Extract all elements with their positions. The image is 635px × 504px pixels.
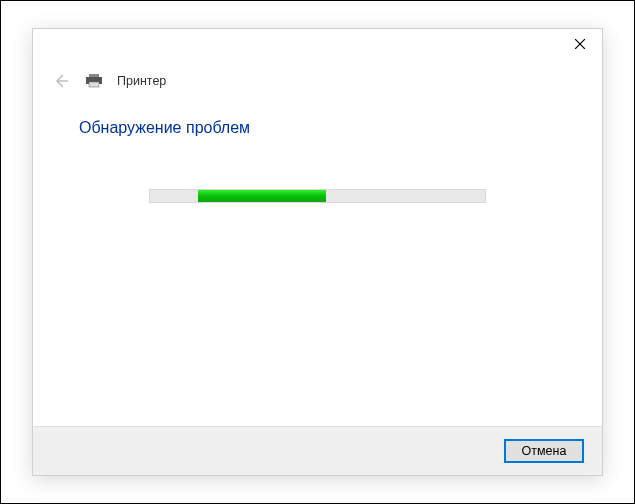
svg-rect-5 [89, 82, 99, 87]
back-arrow-icon [53, 73, 69, 89]
back-button [51, 71, 71, 91]
close-button[interactable] [557, 29, 602, 59]
page-title: Обнаружение проблем [33, 97, 602, 137]
breadcrumb: Принтер [117, 74, 166, 88]
cancel-button[interactable]: Отмена [504, 439, 584, 463]
header-row: Принтер [33, 63, 602, 97]
titlebar [33, 29, 602, 63]
close-icon [575, 39, 585, 49]
printer-icon [85, 74, 103, 88]
progress-fill [198, 190, 326, 202]
svg-rect-3 [89, 74, 99, 77]
content-area [33, 137, 602, 426]
progress-bar [149, 189, 486, 203]
dialog-footer: Отмена [33, 426, 602, 475]
troubleshooter-dialog: Принтер Обнаружение проблем Отмена [32, 28, 603, 476]
